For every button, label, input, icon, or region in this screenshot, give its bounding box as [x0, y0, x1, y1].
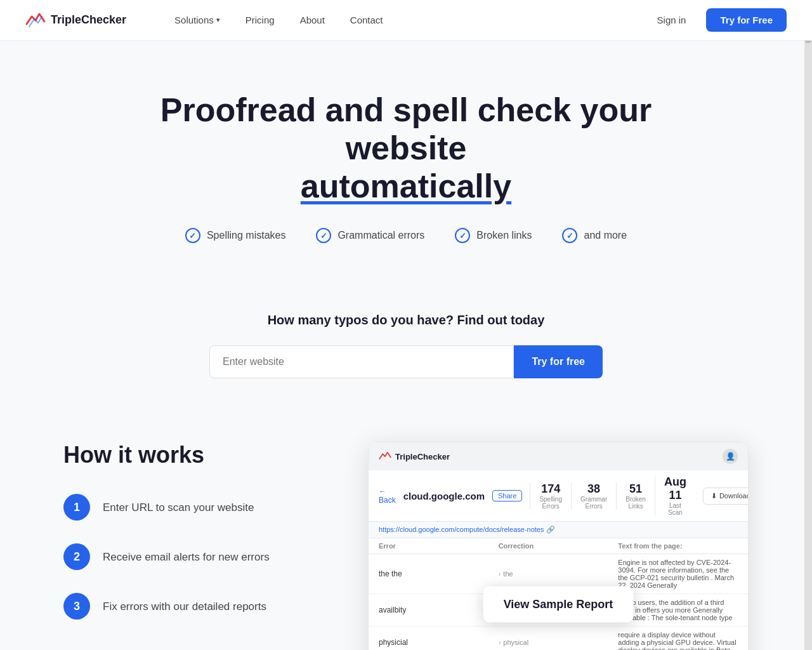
how-it-works-section: How it works 1 Enter URL to scan your we… [25, 391, 787, 650]
check-icon-grammar: ✓ [316, 228, 331, 243]
nav-links: Solutions ▾ Pricing About Contact [164, 10, 645, 30]
sample-overlay: View Sample Report [483, 587, 634, 623]
how-it-works-left: How it works 1 Enter URL to scan your we… [63, 442, 330, 642]
stat-broken-links: 51 Broken Links [616, 482, 655, 510]
back-button[interactable]: ← Back [379, 487, 396, 505]
stat-grammar: 38 Grammar Errors [571, 482, 616, 510]
share-button[interactable]: Share [492, 490, 522, 501]
cta-section: How many typos do you have? Find out tod… [0, 281, 812, 391]
cta-question: How many typos do you have? Find out tod… [25, 313, 787, 328]
step-3-text: Fix errors with our detailed reports [103, 593, 266, 614]
report-header: TripleChecker 👤 [369, 442, 748, 470]
nav-about[interactable]: About [290, 10, 335, 30]
feature-broken-links: ✓ Broken links [455, 228, 532, 243]
report-domain-bar: ← Back cloud.google.com Share 174 Spelli… [369, 470, 748, 522]
step-2-number: 2 [63, 543, 90, 570]
how-it-works-title: How it works [63, 442, 330, 468]
download-icon: ⬇ [711, 492, 717, 500]
nav-logo-text: TripleChecker [51, 13, 126, 27]
nav-try-free-button[interactable]: Try for Free [706, 8, 787, 32]
step-2-text: Receive email alerts for new errors [103, 543, 270, 565]
hero-section: Proofread and spell check your website a… [0, 41, 812, 281]
nav-logo[interactable]: TripleChecker [25, 11, 126, 29]
feature-more: ✓ and more [562, 228, 627, 243]
hero-headline: Proofread and spell check your website a… [152, 91, 660, 205]
logo-icon [25, 11, 46, 29]
chevron-down-icon: ▾ [216, 16, 220, 24]
report-url-bar: https://cloud.google.com/compute/docs/re… [369, 522, 748, 538]
stat-spelling: 174 Spelling Errors [530, 482, 571, 510]
report-logo: TripleChecker [379, 451, 450, 462]
stats-row: 174 Spelling Errors 38 Grammar Errors 51… [530, 475, 695, 516]
view-sample-report-button[interactable]: View Sample Report [483, 587, 634, 623]
download-button[interactable]: ⬇ Download [703, 488, 749, 505]
sign-in-button[interactable]: Sign in [645, 10, 699, 30]
check-icon-broken-links: ✓ [455, 228, 470, 243]
check-icon-more: ✓ [562, 228, 577, 243]
feature-spelling: ✓ Spelling mistakes [185, 228, 286, 243]
report-user-icon: 👤 [723, 449, 738, 464]
step-1: 1 Enter URL to scan your website [63, 494, 330, 521]
report-preview: TripleChecker 👤 ← Back cloud.google.com … [368, 442, 749, 650]
step-1-number: 1 [63, 494, 90, 521]
step-1-text: Enter URL to scan your website [103, 494, 254, 515]
try-free-search-button[interactable]: Try for free [514, 345, 603, 378]
navbar: TripleChecker Solutions ▾ Pricing About … [0, 0, 812, 41]
nav-pricing[interactable]: Pricing [235, 10, 285, 30]
report-table-header: Error Correction Text from the page: [369, 538, 748, 554]
search-row: Try for free [209, 345, 603, 378]
website-url-input[interactable] [209, 345, 514, 378]
report-logo-icon [379, 451, 391, 462]
stat-last-scan: Aug 11 Last Scan [655, 475, 695, 516]
step-2: 2 Receive email alerts for new errors [63, 543, 330, 570]
scrollbar[interactable] [804, 0, 812, 650]
check-icon-spelling: ✓ [185, 228, 200, 243]
nav-solutions[interactable]: Solutions ▾ [164, 10, 230, 30]
nav-actions: Sign in Try for Free [645, 8, 787, 32]
feature-grammar: ✓ Grammatical errors [316, 228, 424, 243]
step-3: 3 Fix errors with our detailed reports [63, 593, 330, 620]
nav-contact[interactable]: Contact [340, 10, 393, 30]
report-domain: cloud.google.com [403, 491, 485, 501]
table-row: physicial › physical require a display d… [369, 627, 748, 650]
features-row: ✓ Spelling mistakes ✓ Grammatical errors… [25, 228, 787, 243]
step-3-number: 3 [63, 593, 90, 620]
